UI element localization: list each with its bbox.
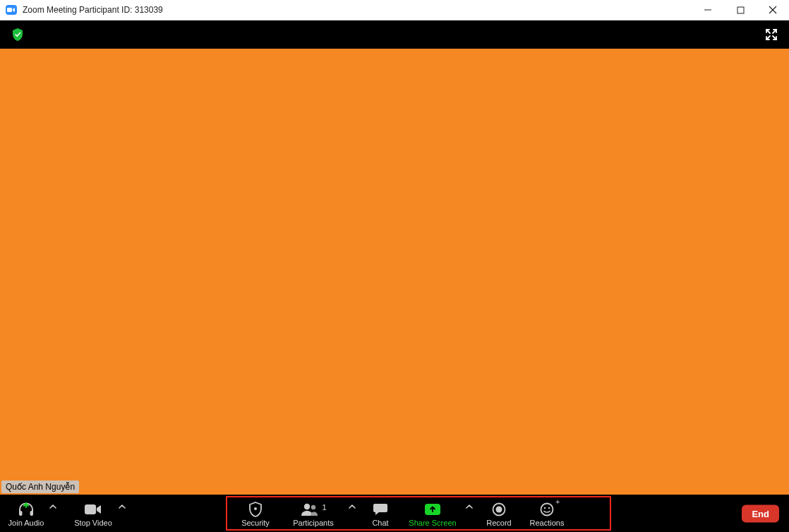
stop-video-button[interactable]: Stop Video xyxy=(71,495,116,532)
bottom-toolbar: Join Audio Stop Video Security 1 xyxy=(0,495,789,532)
record-button[interactable]: Record xyxy=(476,495,522,532)
stop-video-label: Stop Video xyxy=(74,519,112,527)
topbar xyxy=(0,20,789,49)
fullscreen-icon[interactable] xyxy=(762,25,781,44)
join-audio-button[interactable]: Join Audio xyxy=(6,495,47,532)
chat-button[interactable]: Chat xyxy=(359,495,402,532)
reactions-button[interactable]: + Reactions xyxy=(522,495,572,532)
maximize-button[interactable] xyxy=(724,0,757,20)
reactions-label: Reactions xyxy=(530,519,565,527)
video-icon xyxy=(84,500,102,519)
svg-rect-2 xyxy=(737,7,744,13)
close-button[interactable] xyxy=(757,0,789,20)
audio-caret-button[interactable] xyxy=(47,495,59,532)
end-button[interactable]: End xyxy=(742,504,779,522)
participants-caret-button[interactable] xyxy=(346,495,359,532)
share-screen-label: Share Screen xyxy=(409,519,456,527)
minimize-button[interactable] xyxy=(692,0,724,20)
participant-name-badge: Quốc Anh Nguyễn xyxy=(1,480,79,493)
svg-rect-0 xyxy=(7,8,12,12)
svg-rect-7 xyxy=(85,504,96,514)
svg-point-9 xyxy=(304,503,310,509)
zoom-app-icon xyxy=(6,5,17,15)
window-title: Zoom Meeting Participant ID: 313039 xyxy=(23,5,163,15)
titlebar-left: Zoom Meeting Participant ID: 313039 xyxy=(0,5,163,15)
record-icon xyxy=(492,500,506,519)
svg-point-15 xyxy=(548,507,550,508)
chat-icon xyxy=(373,500,388,519)
share-screen-icon xyxy=(425,500,440,519)
participants-label: Participants xyxy=(293,519,333,527)
headphones-icon xyxy=(17,500,35,519)
share-caret-button[interactable] xyxy=(463,495,476,532)
svg-point-12 xyxy=(496,506,502,512)
security-button[interactable]: Security xyxy=(230,495,281,532)
share-screen-button[interactable]: Share Screen xyxy=(402,495,463,532)
svg-point-10 xyxy=(311,504,315,509)
svg-rect-5 xyxy=(19,511,23,516)
svg-point-14 xyxy=(544,507,546,508)
video-caret-button[interactable] xyxy=(116,495,128,532)
encryption-shield-icon[interactable] xyxy=(8,25,27,44)
svg-point-13 xyxy=(541,503,553,515)
window-controls xyxy=(692,0,789,20)
video-area: Quốc Anh Nguyễn xyxy=(0,49,789,495)
shield-icon xyxy=(248,500,263,519)
participants-button[interactable]: 1 Participants xyxy=(281,495,346,532)
chat-label: Chat xyxy=(372,519,388,527)
titlebar: Zoom Meeting Participant ID: 313039 xyxy=(0,0,789,20)
record-label: Record xyxy=(486,519,511,527)
svg-point-8 xyxy=(254,507,257,510)
smiley-icon xyxy=(540,500,554,519)
participants-count: 1 xyxy=(322,503,326,512)
security-label: Security xyxy=(241,519,270,527)
plus-icon: + xyxy=(555,498,560,506)
participants-icon: 1 xyxy=(300,500,326,519)
join-audio-label: Join Audio xyxy=(8,519,44,527)
svg-rect-6 xyxy=(30,511,34,516)
